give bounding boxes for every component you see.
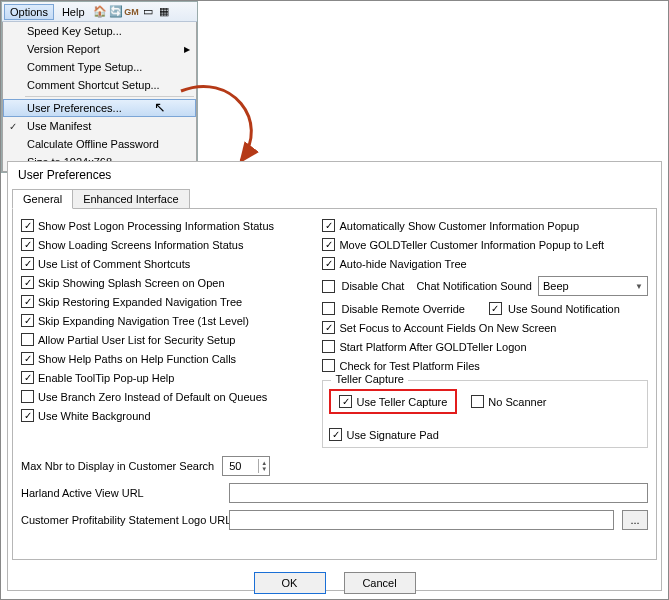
teller-capture-group: Teller Capture Use Teller Capture No Sca… xyxy=(322,380,648,448)
lbl-move-goldteller: Move GOLDTeller Customer Information Pop… xyxy=(339,239,604,251)
chk-set-focus-account[interactable] xyxy=(322,321,335,334)
chk-use-white-bg[interactable] xyxy=(21,409,34,422)
lbl-disable-remote: Disable Remote Override xyxy=(341,303,465,315)
submenu-arrow-icon: ▶ xyxy=(184,45,190,54)
options-dropdown: Speed Key Setup... Version Report ▶ Comm… xyxy=(2,22,197,172)
lbl-cust-profit-url: Customer Profitability Statement Logo UR… xyxy=(21,514,221,526)
chk-use-sound-notif[interactable] xyxy=(489,302,502,315)
lbl-set-focus-account: Set Focus to Account Fields On New Scree… xyxy=(339,322,556,334)
chk-allow-partial-user[interactable] xyxy=(21,333,34,346)
lbl-allow-partial-user: Allow Partial User List for Security Set… xyxy=(38,334,235,346)
chk-no-scanner[interactable] xyxy=(471,395,484,408)
menu-comment-shortcut[interactable]: Comment Shortcut Setup... xyxy=(3,76,196,94)
chk-show-help-paths[interactable] xyxy=(21,352,34,365)
lbl-max-nbr: Max Nbr to Display in Customer Search xyxy=(21,460,214,472)
input-harland-url[interactable] xyxy=(229,483,648,503)
lbl-use-teller: Use Teller Capture xyxy=(356,396,447,408)
lbl-skip-expand-nav: Skip Expanding Navigation Tree (1st Leve… xyxy=(38,315,249,327)
tab-enhanced-interface[interactable]: Enhanced Interface xyxy=(72,189,189,209)
chk-use-teller[interactable] xyxy=(339,395,352,408)
lbl-harland-url: Harland Active View URL xyxy=(21,487,221,499)
lbl-chat-sound: Chat Notification Sound xyxy=(416,280,532,292)
chk-use-branch-zero[interactable] xyxy=(21,390,34,403)
browse-button[interactable]: ... xyxy=(622,510,648,530)
options-menu-window: Options Help 🏠 🔄 GM ▭ ▦ Speed Key Setup.… xyxy=(1,1,198,173)
tab-general[interactable]: General xyxy=(12,189,73,209)
tab-body-general: Show Post Logon Processing Information S… xyxy=(12,208,657,560)
left-column: Show Post Logon Processing Information S… xyxy=(21,219,306,448)
lbl-disable-chat: Disable Chat xyxy=(341,280,404,292)
menu-calc-offline[interactable]: Calculate Offline Password xyxy=(3,135,196,153)
table-icon[interactable]: ▦ xyxy=(157,5,171,19)
lbl-auto-hide-nav: Auto-hide Navigation Tree xyxy=(339,258,466,270)
menu-version-report[interactable]: Version Report ▶ xyxy=(3,40,196,58)
lbl-skip-restore-nav: Skip Restoring Expanded Navigation Tree xyxy=(38,296,242,308)
tabs: General Enhanced Interface xyxy=(8,188,661,208)
lbl-show-loading: Show Loading Screens Information Status xyxy=(38,239,243,251)
highlight-box: Use Teller Capture xyxy=(329,389,457,414)
document-icon[interactable]: ▭ xyxy=(141,5,155,19)
lbl-skip-splash: Skip Showing Splash Screen on Open xyxy=(38,277,225,289)
menu-help[interactable]: Help xyxy=(56,4,91,20)
user-preferences-dialog: User Preferences General Enhanced Interf… xyxy=(7,161,662,591)
menu-version-report-label: Version Report xyxy=(27,43,100,55)
lbl-show-post-logon: Show Post Logon Processing Information S… xyxy=(38,220,274,232)
lower-form: Max Nbr to Display in Customer Search 50… xyxy=(21,456,648,530)
chk-start-platform[interactable] xyxy=(322,340,335,353)
dialog-title: User Preferences xyxy=(8,162,661,188)
input-max-nbr[interactable]: 50 ▲▼ xyxy=(222,456,270,476)
lbl-use-list-shortcuts: Use List of Comment Shortcuts xyxy=(38,258,190,270)
input-cust-profit-url[interactable] xyxy=(229,510,614,530)
checkmark-icon: ✓ xyxy=(9,121,17,132)
menu-user-preferences[interactable]: User Preferences... xyxy=(3,99,196,117)
lbl-auto-show-cust: Automatically Show Customer Information … xyxy=(339,220,579,232)
lbl-start-platform: Start Platform After GOLDTeller Logon xyxy=(339,341,526,353)
lbl-check-test-platform: Check for Test Platform Files xyxy=(339,360,479,372)
menu-separator xyxy=(25,96,194,97)
menu-use-manifest[interactable]: ✓ Use Manifest xyxy=(3,117,196,135)
menubar: Options Help 🏠 🔄 GM ▭ ▦ xyxy=(2,2,197,22)
home-icon[interactable]: 🏠 xyxy=(93,5,107,19)
chk-show-post-logon[interactable] xyxy=(21,219,34,232)
chk-move-goldteller[interactable] xyxy=(322,238,335,251)
chk-use-signature[interactable] xyxy=(329,428,342,441)
chk-check-test-platform[interactable] xyxy=(322,359,335,372)
lbl-use-signature: Use Signature Pad xyxy=(346,429,438,441)
lbl-enable-tooltip: Enable ToolTip Pop-up Help xyxy=(38,372,174,384)
spinner-arrows-icon[interactable]: ▲▼ xyxy=(258,459,269,473)
chk-auto-show-cust[interactable] xyxy=(322,219,335,232)
select-chat-sound[interactable]: Beep ▼ xyxy=(538,276,648,296)
right-column: Automatically Show Customer Information … xyxy=(322,219,648,448)
chk-skip-expand-nav[interactable] xyxy=(21,314,34,327)
lbl-no-scanner: No Scanner xyxy=(488,396,546,408)
menu-options[interactable]: Options xyxy=(4,4,54,20)
menu-speed-key[interactable]: Speed Key Setup... xyxy=(3,22,196,40)
dialog-buttons: OK Cancel xyxy=(8,564,661,600)
gm-icon[interactable]: GM xyxy=(125,5,139,19)
chk-skip-restore-nav[interactable] xyxy=(21,295,34,308)
lbl-show-help-paths: Show Help Paths on Help Function Calls xyxy=(38,353,236,365)
teller-capture-legend: Teller Capture xyxy=(331,373,407,385)
lbl-use-branch-zero: Use Branch Zero Instead of Default on Qu… xyxy=(38,391,267,403)
select-chat-sound-value: Beep xyxy=(543,280,569,292)
refresh-icon[interactable]: 🔄 xyxy=(109,5,123,19)
chk-disable-chat[interactable] xyxy=(322,280,335,293)
menu-comment-type[interactable]: Comment Type Setup... xyxy=(3,58,196,76)
chk-disable-remote[interactable] xyxy=(322,302,335,315)
input-max-nbr-value: 50 xyxy=(229,460,241,472)
chk-skip-splash[interactable] xyxy=(21,276,34,289)
menu-use-manifest-label: Use Manifest xyxy=(27,120,91,132)
chk-auto-hide-nav[interactable] xyxy=(322,257,335,270)
ok-button[interactable]: OK xyxy=(254,572,326,594)
lbl-use-white-bg: Use White Background xyxy=(38,410,151,422)
chk-show-loading[interactable] xyxy=(21,238,34,251)
chevron-down-icon: ▼ xyxy=(635,282,643,291)
cancel-button[interactable]: Cancel xyxy=(344,572,416,594)
chk-enable-tooltip[interactable] xyxy=(21,371,34,384)
chk-use-list-shortcuts[interactable] xyxy=(21,257,34,270)
lbl-use-sound-notif: Use Sound Notification xyxy=(508,303,620,315)
